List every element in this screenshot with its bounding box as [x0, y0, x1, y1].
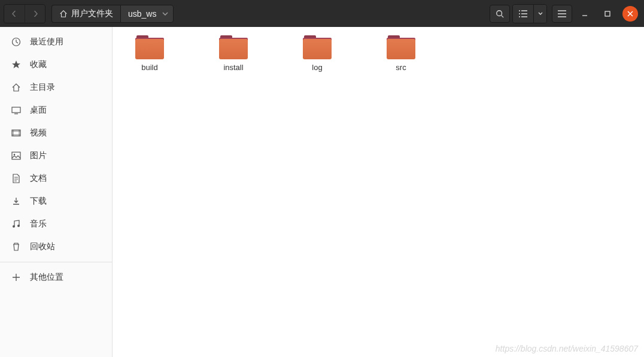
desktop-icon: [11, 105, 22, 116]
sidebar-item-documents[interactable]: 文档: [0, 167, 112, 190]
folder-item[interactable]: build: [126, 35, 174, 72]
sidebar-item-label: 收藏: [30, 59, 47, 70]
chevron-right-icon: [32, 11, 38, 17]
nav-group: [4, 4, 45, 23]
sidebar-item-pictures[interactable]: 图片: [0, 144, 112, 167]
sidebar-item-label: 视频: [30, 128, 47, 138]
maximize-icon: [604, 11, 610, 17]
folder-icon: [219, 35, 248, 59]
titlebar: 用户文件夹 usb_ws: [0, 0, 644, 27]
video-icon: [11, 128, 22, 138]
sidebar-item-trash[interactable]: 回收站: [0, 235, 112, 258]
sidebar-item-downloads[interactable]: 下载: [0, 190, 112, 213]
view-dropdown-button[interactable]: [533, 5, 546, 23]
hamburger-menu-button[interactable]: [552, 5, 572, 23]
svg-point-6: [14, 154, 16, 156]
sidebar-item-label: 最近使用: [30, 37, 63, 47]
main-content[interactable]: build install log src https://blog.csdn.…: [113, 27, 644, 357]
home-icon: [11, 82, 22, 93]
close-button[interactable]: [622, 6, 638, 22]
search-icon: [496, 10, 504, 18]
body-area: 最近使用 收藏 主目录 桌面 视频 图片 文档 下载: [0, 27, 644, 357]
svg-point-7: [13, 225, 15, 228]
folder-label: install: [223, 63, 243, 72]
document-icon: [11, 173, 22, 184]
sidebar-item-label: 其他位置: [30, 272, 63, 283]
svg-rect-5: [12, 152, 20, 159]
star-icon: [11, 59, 22, 70]
sidebar-separator: [0, 262, 112, 262]
sidebar-item-home[interactable]: 主目录: [0, 76, 112, 99]
sidebar-item-label: 下载: [30, 196, 47, 207]
sidebar-item-label: 文档: [30, 173, 47, 184]
breadcrumb-home-label: 用户文件夹: [71, 8, 113, 19]
sidebar-item-other-locations[interactable]: 其他位置: [0, 266, 112, 289]
download-icon: [11, 196, 22, 207]
watermark: https://blog.csdn.net/weixin_41598607: [496, 344, 638, 353]
plus-icon: [11, 272, 22, 283]
sidebar-item-recent[interactable]: 最近使用: [0, 31, 112, 53]
chevron-down-icon: [538, 12, 543, 15]
sidebar-item-label: 桌面: [30, 105, 47, 116]
svg-rect-1: [605, 11, 610, 16]
sidebar-item-label: 主目录: [30, 82, 55, 93]
chevron-left-icon: [11, 11, 17, 17]
folder-label: src: [396, 63, 406, 72]
minimize-icon: [582, 11, 588, 17]
sidebar: 最近使用 收藏 主目录 桌面 视频 图片 文档 下载: [0, 27, 113, 357]
folder-item[interactable]: src: [377, 35, 425, 72]
svg-rect-3: [12, 107, 20, 113]
sidebar-item-music[interactable]: 音乐: [0, 213, 112, 235]
view-list-button[interactable]: [513, 5, 533, 23]
breadcrumb-home[interactable]: 用户文件夹: [51, 5, 120, 23]
trash-icon: [11, 241, 22, 252]
svg-point-0: [497, 10, 502, 16]
folder-icon: [387, 35, 415, 59]
folder-grid: build install log src: [126, 35, 631, 72]
breadcrumb-current-label: usb_ws: [128, 9, 156, 19]
sidebar-item-label: 音乐: [30, 219, 47, 229]
music-icon: [11, 219, 22, 229]
sidebar-item-starred[interactable]: 收藏: [0, 53, 112, 76]
home-icon: [59, 10, 68, 18]
breadcrumb-current[interactable]: usb_ws: [120, 5, 174, 23]
folder-label: build: [141, 63, 157, 72]
forward-button[interactable]: [25, 5, 45, 23]
sidebar-item-label: 图片: [30, 150, 47, 161]
folder-icon: [135, 35, 164, 59]
back-button[interactable]: [4, 5, 25, 23]
folder-item[interactable]: install: [209, 35, 257, 72]
chevron-down-icon: [162, 12, 168, 16]
path-bar: 用户文件夹 usb_ws: [51, 5, 174, 23]
sidebar-item-videos[interactable]: 视频: [0, 122, 112, 144]
sidebar-item-desktop[interactable]: 桌面: [0, 99, 112, 122]
maximize-button[interactable]: [600, 6, 615, 22]
folder-icon: [303, 35, 332, 59]
hamburger-icon: [558, 10, 566, 17]
minimize-button[interactable]: [577, 6, 593, 22]
sidebar-item-label: 回收站: [30, 241, 55, 252]
folder-label: log: [312, 63, 322, 72]
close-icon: [627, 11, 633, 17]
clock-icon: [11, 37, 22, 47]
image-icon: [11, 150, 22, 161]
search-button[interactable]: [490, 5, 510, 23]
list-icon: [519, 10, 527, 17]
folder-item[interactable]: log: [293, 35, 341, 72]
svg-point-8: [17, 225, 20, 227]
view-group: [512, 4, 547, 23]
